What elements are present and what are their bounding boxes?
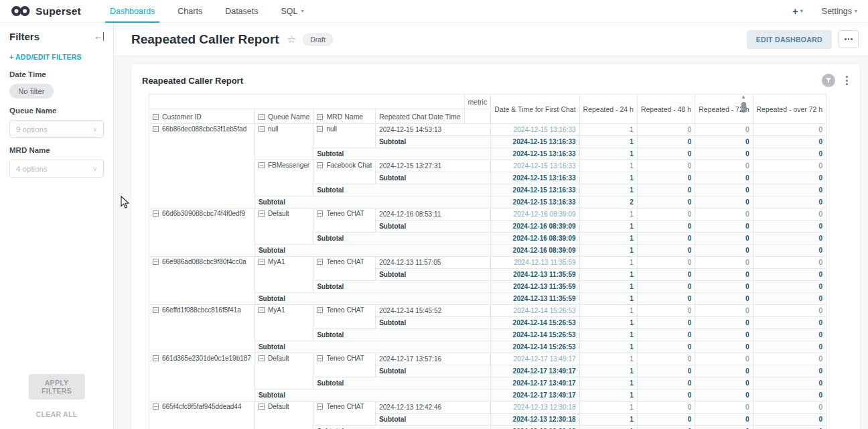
first-chat-subtotal-cell: 2024-12-14 15:26:53 (491, 317, 579, 329)
filter-select[interactable]: 9 options∨ (9, 120, 104, 138)
clear-all-button[interactable]: CLEAR ALL (36, 410, 78, 418)
filter-section: Queue Name9 options∨ (0, 99, 113, 138)
collapse-icon[interactable] (317, 114, 323, 120)
subtotal-value-cell: 0 (637, 196, 695, 208)
subtotal-value-cell: 1 (579, 148, 637, 160)
subtotal-value-cell: 0 (753, 269, 826, 281)
nav-item-datasets[interactable]: Datasets (214, 0, 269, 23)
subtotal-value-cell: 0 (695, 221, 753, 233)
metric-column-header: Repeated - 48 h (637, 95, 695, 124)
subtotal-value-cell: 0 (637, 172, 695, 184)
collapse-icon[interactable] (317, 126, 323, 132)
row-header-cell: 66effd1f088cbcc816f5f41a (149, 305, 255, 353)
collapse-icon[interactable] (317, 404, 323, 410)
subtotal-value-cell: 1 (579, 269, 637, 281)
subtotal-value-cell: 1 (579, 172, 637, 184)
collapse-icon[interactable] (317, 259, 323, 265)
subtotal-value-cell: 0 (753, 329, 826, 341)
subtotal-value-cell: 0 (695, 426, 753, 429)
subtotal-label-cell: Subtotal (376, 136, 491, 148)
collapse-icon[interactable] (153, 355, 159, 361)
collapse-sidebar-icon[interactable]: ← (94, 32, 104, 41)
table-row: 66b86dec088cbc63f1eb5fadnullnull2024-12-… (149, 124, 826, 136)
value-cell: 0 (695, 124, 753, 136)
subtotal-value-cell: 0 (637, 245, 695, 257)
scroll-up-icon[interactable]: ▲ (741, 94, 746, 101)
filter-select[interactable]: 4 options∨ (9, 160, 104, 178)
superset-logo-icon (11, 5, 31, 17)
nav-item-charts[interactable]: Charts (166, 0, 214, 23)
nav-item-sql[interactable]: SQL▾ (270, 0, 315, 23)
chevron-down-icon: ∨ (92, 166, 97, 172)
first-chat-subtotal-cell: 2024-12-13 12:30:18 (491, 414, 579, 426)
subtotal-value-cell: 0 (695, 184, 753, 196)
filter-label: Date Time (9, 70, 104, 78)
row-header-cell: Default (255, 208, 313, 245)
favorite-star-icon[interactable]: ☆ (287, 34, 296, 46)
collapse-icon[interactable] (153, 210, 159, 217)
chart-title: Reapeated Caller Report (142, 76, 243, 86)
superset-brand[interactable]: Superset (11, 5, 81, 17)
collapse-icon[interactable] (259, 307, 265, 313)
table-row: 66e986ad088cbc9f80f4cc0aMyA1Teneo CHAT20… (149, 257, 826, 269)
collapse-icon[interactable] (259, 126, 265, 132)
row-header-cell: 665f4cfc8f5faf945ddead44 (149, 402, 255, 429)
repeated-chat-date-cell: 2024-12-13 11:57:05 (376, 257, 491, 269)
filter-list: Date TimeNo filterQueue Name9 options∨MR… (0, 62, 113, 178)
value-cell: 0 (695, 305, 753, 317)
collapse-icon[interactable] (153, 259, 159, 265)
metric-axis-label: metric (464, 95, 491, 109)
collapse-icon[interactable] (259, 114, 265, 120)
collapse-icon[interactable] (317, 162, 323, 168)
collapse-icon[interactable] (317, 210, 323, 217)
subtotal-value-cell: 0 (637, 281, 695, 293)
first-chat-date-cell: 2024-12-15 13:16:33 (491, 160, 579, 172)
scrollbar-thumb[interactable] (741, 102, 746, 113)
subtotal-value-cell: 0 (753, 317, 826, 329)
row-attr-header: Customer ID (149, 109, 255, 124)
collapse-icon[interactable] (259, 210, 265, 217)
edit-dashboard-button[interactable]: EDIT DASHBOARD (747, 30, 832, 49)
plus-icon: + (792, 5, 798, 17)
subtotal-value-cell: 0 (695, 341, 753, 353)
chart-options-menu[interactable] (845, 74, 849, 86)
new-item-button[interactable]: + ▾ (792, 5, 803, 17)
first-chat-subtotal-cell: 2024-12-13 11:35:59 (491, 269, 579, 281)
first-chat-subtotal-cell: 2024-12-15 13:16:33 (491, 172, 579, 184)
subtotal-value-cell: 0 (637, 184, 695, 196)
repeated-chat-date-cell: 2024-12-17 13:57:16 (376, 353, 491, 365)
settings-menu[interactable]: Settings ▾ (822, 7, 857, 16)
collapse-icon[interactable] (317, 355, 323, 361)
nav-item-dashboards[interactable]: Dashboards (98, 0, 166, 23)
dashboard-more-button[interactable] (839, 30, 859, 48)
table-row: 66effd1f088cbcc816f5f41aMyA1Teneo CHAT20… (149, 305, 826, 317)
collapse-icon[interactable] (259, 259, 265, 265)
brand-name: Superset (35, 5, 81, 17)
collapse-icon[interactable] (153, 114, 159, 120)
collapse-icon[interactable] (259, 404, 265, 410)
add-edit-filters-button[interactable]: + ADD/EDIT FILTERS (0, 45, 113, 62)
applied-filters-indicator-icon[interactable] (822, 74, 835, 87)
first-chat-date-cell: 2024-12-16 08:39:09 (491, 208, 579, 221)
first-chat-subtotal-cell: 2024-12-17 13:49:17 (491, 365, 579, 377)
collapse-icon[interactable] (153, 307, 159, 313)
first-chat-date-cell: 2024-12-13 11:35:59 (491, 257, 579, 269)
funnel-icon (825, 77, 832, 84)
collapse-icon[interactable] (259, 162, 265, 168)
apply-filters-button[interactable]: APPLY FILTERS (28, 374, 85, 400)
first-chat-subtotal-cell: 2024-12-15 13:16:33 (491, 148, 579, 160)
row-header-cell: Teneo CHAT (313, 305, 376, 329)
collapse-icon[interactable] (317, 307, 323, 313)
first-chat-date-cell: 2024-12-14 15:26:53 (491, 305, 579, 317)
filter-value-pill[interactable]: No filter (9, 84, 54, 99)
collapse-icon[interactable] (153, 404, 159, 410)
first-chat-subtotal-cell: 2024-12-14 15:26:53 (491, 341, 579, 353)
collapse-icon[interactable] (153, 126, 159, 132)
value-cell: 0 (695, 208, 753, 221)
subtotal-value-cell: 1 (579, 281, 637, 293)
table-scrollbar[interactable]: ▲ (739, 94, 747, 113)
collapse-icon[interactable] (259, 355, 265, 361)
subtotal-value-cell: 1 (579, 221, 637, 233)
subtotal-value-cell: 0 (695, 148, 753, 160)
filters-title: Filters (9, 31, 40, 42)
